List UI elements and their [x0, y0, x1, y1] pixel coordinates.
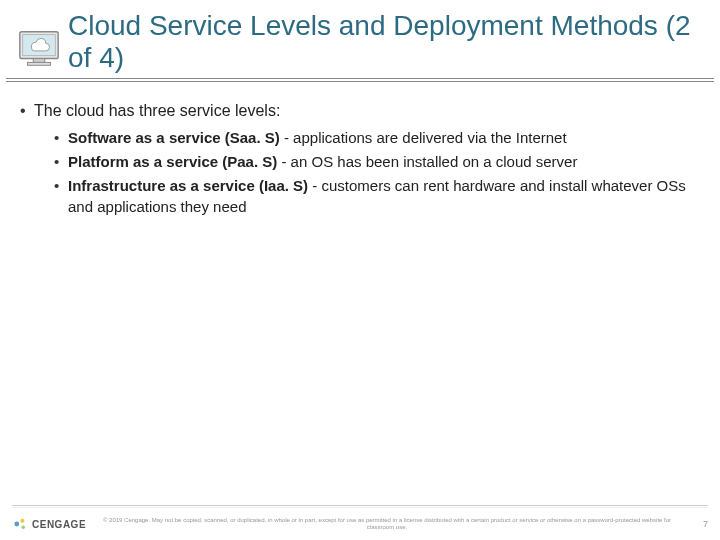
cengage-logo: CENGAGE — [12, 516, 86, 532]
bullet-dot-icon: • — [20, 100, 34, 122]
svg-point-6 — [21, 525, 25, 529]
svg-point-4 — [14, 522, 19, 527]
list-item: • Software as a service (Saa. S) - appli… — [54, 128, 700, 148]
list-item-bold: Platform as a service (Paa. S) — [68, 153, 277, 170]
svg-rect-2 — [33, 59, 45, 63]
cengage-logo-icon — [12, 516, 28, 532]
copyright-text: © 2019 Cengage. May not be copied, scann… — [86, 517, 688, 531]
cloud-monitor-icon — [16, 26, 62, 72]
list-item-text: Platform as a service (Paa. S) - an OS h… — [68, 152, 577, 172]
page-number: 7 — [688, 519, 708, 529]
footer-divider — [12, 505, 708, 506]
bullet-dot-icon: • — [54, 152, 68, 172]
svg-rect-3 — [28, 63, 51, 66]
bullet-dot-icon: • — [54, 128, 68, 148]
list-item: • Infrastructure as a service (Iaa. S) -… — [54, 176, 700, 217]
list-item-bold: Infrastructure as a service (Iaa. S) — [68, 177, 308, 194]
slide-title: Cloud Service Levels and Deployment Meth… — [68, 10, 704, 78]
list-item-rest: - applications are delivered via the Int… — [280, 129, 567, 146]
list-item-rest: - an OS has been installed on a cloud se… — [277, 153, 577, 170]
list-item-text: Software as a service (Saa. S) - applica… — [68, 128, 567, 148]
slide-footer: CENGAGE © 2019 Cengage. May not be copie… — [0, 516, 720, 532]
bullet-lead: • The cloud has three service levels: — [20, 100, 700, 122]
bullet-dot-icon: • — [54, 176, 68, 217]
list-item-text: Infrastructure as a service (Iaa. S) - c… — [68, 176, 700, 217]
list-item-bold: Software as a service (Saa. S) — [68, 129, 280, 146]
slide-header: Cloud Service Levels and Deployment Meth… — [6, 0, 714, 82]
svg-point-5 — [20, 519, 24, 523]
list-item: • Platform as a service (Paa. S) - an OS… — [54, 152, 700, 172]
cengage-logo-text: CENGAGE — [32, 519, 86, 530]
sub-bullet-list: • Software as a service (Saa. S) - appli… — [54, 128, 700, 217]
slide-content: • The cloud has three service levels: • … — [0, 100, 720, 217]
bullet-lead-text: The cloud has three service levels: — [34, 100, 280, 122]
